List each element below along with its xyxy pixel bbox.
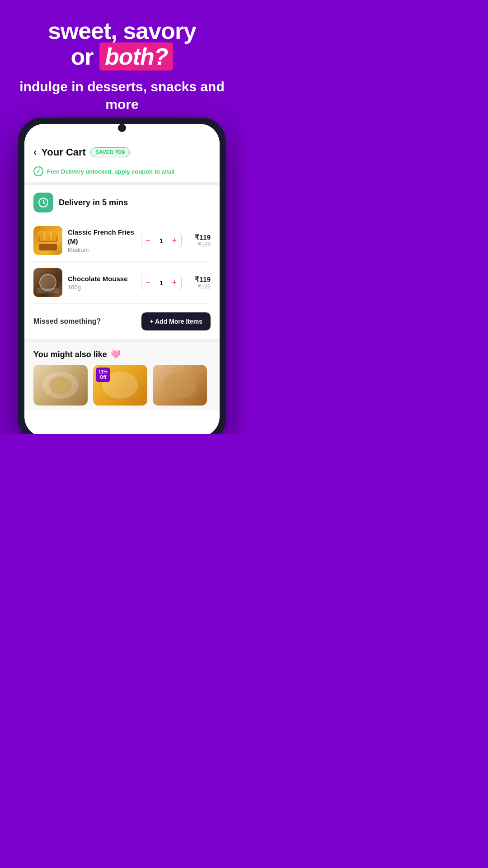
decrease-quantity-button[interactable]: − — [141, 233, 155, 248]
current-price: ₹119 — [187, 233, 211, 241]
item-name: Chocolate Mousse — [68, 274, 136, 283]
cart-title: Your Cart — [41, 146, 86, 158]
delivery-time-text: Delivery in 5 mins — [59, 198, 128, 208]
quantity-display: 1 — [155, 233, 168, 248]
increase-quantity-button[interactable]: + — [168, 233, 181, 248]
free-delivery-bar: ✓ Free Delivery unlocked, apply coupon t… — [24, 163, 220, 182]
item-image-mousse — [33, 268, 62, 297]
hero-subtitle: indulge in desserts, snacks and more — [14, 78, 230, 113]
add-more-items-button[interactable]: + Add More Items — [141, 312, 211, 330]
decrease-quantity-button[interactable]: − — [141, 275, 155, 290]
rec-item[interactable]: 11%Off — [93, 365, 147, 406]
hero-section: sweet, savory or both? indulge in desser… — [0, 0, 244, 122]
discount-badge: 11%Off — [96, 368, 110, 382]
missed-text: Missed something? — [33, 317, 101, 326]
item-variant: 100g — [68, 284, 136, 291]
screen-content: ‹ Your Cart SAVED ₹29 ✓ Free Delivery un… — [24, 124, 220, 434]
saved-badge: SAVED ₹29 — [90, 147, 130, 157]
check-circle-icon: ✓ — [33, 166, 43, 176]
rec-header: You might also like 🩷 — [33, 349, 211, 359]
original-price: ₹129 — [187, 241, 211, 248]
back-button[interactable]: ‹ — [33, 146, 37, 158]
cart-items-list: Classic French Fries (M) Medium − 1 + ₹1… — [24, 220, 220, 304]
section-divider-2 — [24, 339, 220, 342]
recommendations-section: You might also like 🩷 11%Of — [24, 342, 220, 410]
item-variant: Medium — [68, 246, 136, 253]
rec-item[interactable] — [33, 365, 88, 406]
free-delivery-rest: apply coupon to avail — [113, 168, 175, 175]
current-price: ₹119 — [187, 275, 211, 283]
quantity-control: − 1 + — [141, 233, 182, 248]
rec-item[interactable] — [153, 365, 207, 406]
checkmark: ✓ — [36, 168, 41, 175]
increase-quantity-button[interactable]: + — [168, 275, 181, 290]
phone-outer: ‹ Your Cart SAVED ₹29 ✓ Free Delivery un… — [18, 118, 226, 434]
delivery-icon-box — [33, 193, 53, 212]
item-price: ₹119 ₹129 — [187, 233, 211, 248]
saved-amount: SAVED ₹29 — [95, 149, 125, 156]
heart-icon: 🩷 — [111, 349, 121, 359]
free-delivery-text: Free Delivery unlocked, apply coupon to … — [47, 168, 174, 175]
section-divider — [24, 182, 220, 185]
cart-item: Classic French Fries (M) Medium − 1 + ₹1… — [33, 220, 211, 262]
clock-icon — [38, 197, 49, 208]
quantity-display: 1 — [155, 275, 168, 290]
phone-screen: ‹ Your Cart SAVED ₹29 ✓ Free Delivery un… — [24, 124, 220, 434]
delivery-info: Delivery in 5 mins — [24, 185, 220, 220]
quantity-control: − 1 + — [141, 275, 182, 290]
rec-items-list: 11%Off — [33, 365, 211, 406]
item-details: Chocolate Mousse 100g — [68, 274, 136, 291]
item-details: Classic French Fries (M) Medium — [68, 228, 136, 253]
item-name: Classic French Fries (M) — [68, 228, 136, 245]
phone-mockup: ‹ Your Cart SAVED ₹29 ✓ Free Delivery un… — [18, 118, 226, 434]
camera-notch — [118, 124, 126, 132]
original-price: ₹129 — [187, 283, 211, 290]
hero-title: sweet, savory or both? — [14, 18, 230, 70]
rec-title: You might also like — [33, 350, 107, 359]
hero-highlight: both? — [99, 42, 173, 71]
missed-section: Missed something? + Add More Items — [24, 304, 220, 339]
item-price: ₹119 ₹129 — [187, 275, 211, 290]
item-image-fries — [33, 226, 62, 255]
free-delivery-bold: Free Delivery unlocked, — [47, 168, 113, 175]
cart-item: Chocolate Mousse 100g − 1 + ₹119 ₹129 — [33, 262, 211, 304]
